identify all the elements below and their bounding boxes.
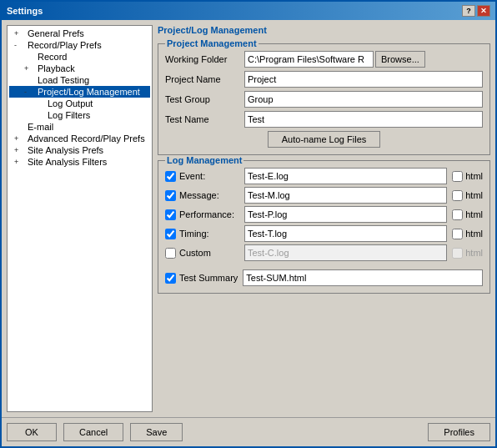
expand-icon: +	[24, 64, 38, 73]
performance-input[interactable]	[244, 206, 447, 223]
log-management-group: Log Management Event: html	[158, 160, 490, 294]
performance-html-area: html	[452, 209, 483, 220]
working-folder-input[interactable]	[244, 51, 374, 68]
timing-input[interactable]	[244, 225, 447, 242]
project-management-label: Project Management	[165, 38, 259, 48]
auto-name-button[interactable]: Auto-name Log Files	[268, 131, 381, 148]
close-button[interactable]: ✕	[477, 5, 490, 17]
performance-html-checkbox[interactable]	[452, 209, 463, 220]
test-name-input[interactable]	[244, 111, 483, 128]
performance-html-label: html	[465, 209, 483, 219]
event-html-label: html	[465, 171, 483, 181]
custom-input	[244, 244, 447, 261]
section-title: Project/Log Management	[158, 25, 490, 35]
tree-label: Load Testing	[38, 75, 89, 85]
expand-icon: +	[14, 134, 28, 143]
expand-icon: +	[14, 29, 28, 38]
browse-button[interactable]: Browse...	[375, 51, 425, 68]
project-management-group: Project Management Working Folder Browse…	[158, 43, 490, 155]
tree-label: Project/Log Management	[38, 87, 140, 97]
expand-icon: +	[14, 158, 28, 166]
test-summary-checkbox[interactable]	[165, 273, 176, 284]
tree-item-project-log-management[interactable]: - Project/Log Management	[9, 86, 150, 98]
tree-item-log-output[interactable]: Log Output	[9, 98, 150, 109]
test-name-label: Test Name	[165, 114, 244, 124]
event-input[interactable]	[244, 168, 447, 184]
ok-button[interactable]: OK	[7, 423, 57, 441]
content-area: + General Prefs - Record/Play Prefs Reco…	[2, 20, 495, 417]
cancel-button[interactable]: Cancel	[63, 423, 123, 441]
log-row-event: Event: html	[165, 168, 483, 184]
project-name-label: Project Name	[165, 74, 244, 84]
tree-item-load-testing[interactable]: Load Testing	[9, 74, 150, 86]
test-summary-row: Test Summary	[165, 266, 483, 286]
tree-label: Advanced Record/Play Prefs	[28, 133, 145, 143]
profiles-button[interactable]: Profiles	[428, 423, 490, 441]
tree-item-record[interactable]: Record	[9, 51, 150, 63]
tree-item-advanced-record-play[interactable]: + Advanced Record/Play Prefs	[9, 133, 150, 144]
log-row-custom: Custom html	[165, 244, 483, 261]
log-row-timing: Timing: html	[165, 225, 483, 242]
tree-label: Site Analysis Prefs	[28, 145, 103, 155]
timing-checkbox[interactable]	[165, 229, 176, 239]
title-bar: Settings ? ✕	[2, 2, 495, 20]
log-row-performance: Performance: html	[165, 206, 483, 223]
save-button[interactable]: Save	[130, 423, 183, 441]
test-summary-label-text: Test Summary	[179, 273, 238, 283]
window-title: Settings	[7, 6, 43, 16]
test-group-input[interactable]	[244, 91, 483, 108]
tree-item-playback[interactable]: + Playback	[9, 63, 150, 74]
project-name-input[interactable]	[244, 71, 483, 88]
tree-label: Record	[38, 52, 67, 62]
tree-panel: + General Prefs - Record/Play Prefs Reco…	[7, 25, 153, 412]
timing-html-area: html	[452, 229, 483, 239]
timing-label: Timing:	[179, 229, 209, 239]
working-folder-row: Working Folder Browse...	[165, 51, 483, 68]
working-folder-label: Working Folder	[165, 54, 244, 64]
performance-checkbox[interactable]	[165, 209, 176, 220]
tree-label: E-mail	[28, 122, 53, 132]
log-management-label: Log Management	[165, 155, 243, 165]
tree-item-general-prefs[interactable]: + General Prefs	[9, 28, 150, 39]
leaf-icon	[24, 53, 38, 61]
message-checkbox[interactable]	[165, 190, 176, 201]
leaf-icon	[34, 99, 48, 108]
event-html-area: html	[452, 171, 483, 182]
settings-window: Settings ? ✕ + General Prefs - Record/Pl…	[0, 0, 497, 448]
tree-item-record-play-prefs[interactable]: - Record/Play Prefs	[9, 39, 150, 51]
message-html-area: html	[452, 190, 483, 201]
event-html-checkbox[interactable]	[452, 171, 463, 182]
custom-checkbox[interactable]	[165, 248, 176, 259]
tree-item-email[interactable]: E-mail	[9, 121, 150, 133]
footer: OK Cancel Save Profiles	[2, 417, 495, 446]
message-input[interactable]	[244, 187, 447, 204]
custom-html-checkbox	[452, 248, 463, 259]
leaf-icon	[14, 123, 28, 131]
tree-label: General Prefs	[28, 28, 84, 38]
right-panel: Project/Log Management Project Managemen…	[158, 25, 490, 412]
custom-html-label: html	[465, 248, 483, 258]
collapse-icon: -	[24, 88, 38, 96]
message-html-checkbox[interactable]	[452, 190, 463, 201]
tree-item-site-analysis-prefs[interactable]: + Site Analysis Prefs	[9, 144, 150, 156]
tree-item-site-analysis-filters[interactable]: + Site Analysis Filters	[9, 156, 150, 168]
leaf-icon	[24, 76, 38, 84]
tree-label: Playback	[38, 63, 75, 73]
tree-label: Record/Play Prefs	[28, 40, 102, 50]
test-name-row: Test Name	[165, 111, 483, 128]
test-group-label: Test Group	[165, 94, 244, 104]
test-summary-input[interactable]	[243, 269, 483, 286]
log-row-message: Message: html	[165, 187, 483, 204]
custom-label: Custom	[179, 248, 211, 258]
timing-html-label: html	[465, 229, 483, 239]
tree-label: Site Analysis Filters	[28, 157, 107, 167]
message-label: Message:	[179, 190, 219, 200]
tree-item-log-filters[interactable]: Log Filters	[9, 109, 150, 121]
event-label: Event:	[179, 171, 205, 181]
event-checkbox[interactable]	[165, 171, 176, 182]
tree-label: Log Output	[48, 98, 93, 108]
message-html-label: html	[465, 190, 483, 200]
help-button[interactable]: ?	[462, 5, 475, 17]
timing-html-checkbox[interactable]	[452, 229, 463, 239]
project-name-row: Project Name	[165, 71, 483, 88]
